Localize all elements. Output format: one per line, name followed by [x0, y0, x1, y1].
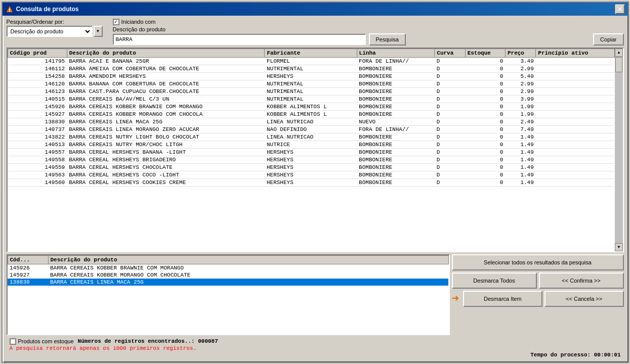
table-cell: 0	[465, 178, 505, 186]
table-row[interactable]: 146123BARRA CAST.PARA CUPUACU COBER.CHOC…	[8, 87, 614, 95]
table-cell: 0	[465, 110, 505, 118]
table-row[interactable]: 154258BARRA AMENDOIM HERSHEYSHERSHEYSBOM…	[8, 72, 614, 80]
table-row[interactable]: 145926BARRA CEREAIS KOBBER BRAWNIE COM M…	[8, 103, 614, 110]
table-row[interactable]: 149558BARRA CEREAL HERSHEYS BRIGADEIROHE…	[8, 156, 614, 163]
title-bar-left: Consulta de produtos	[6, 5, 79, 13]
table-cell: BOMBONIERE	[357, 87, 435, 95]
table-cell: 1.49	[505, 148, 535, 156]
starting-with-checkbox[interactable]	[113, 19, 119, 25]
table-cell: BARRA CAST.PARA CUPUACU COBER.CHOCOLATE	[67, 87, 265, 95]
table-cell: 0	[465, 118, 505, 125]
cancel-button[interactable]: << Cancela >>	[544, 291, 624, 307]
table-cell: D	[435, 110, 465, 118]
selected-table: Cód... Descrição do produto 145926BARRA …	[8, 255, 449, 286]
selected-table-row[interactable]: 145927BARRA CEREAIS KOBBER MORANGO COM C…	[8, 271, 448, 279]
selected-cell: BARRA CEREAIS KOBBER BRAWNIE COM MORANGO	[48, 264, 448, 271]
col-header-linha: Linha	[357, 49, 435, 57]
table-cell: BOMBONIERE	[357, 148, 435, 156]
checkbox-field-group: Iniciando com Descrição do produto Pesqu…	[113, 19, 406, 46]
col-header-fab: Fabricante	[265, 49, 357, 57]
main-scrollbar[interactable]: ▲ ▼	[615, 49, 623, 251]
table-cell: BARRA CEREAL HERSHEYS BANANA -LIGHT	[67, 148, 265, 156]
copy-button[interactable]: Copiar	[593, 33, 623, 46]
stock-label: Produtos com estoque	[18, 338, 74, 344]
table-cell	[536, 178, 614, 186]
scroll-track[interactable]	[615, 57, 623, 243]
table-cell	[536, 163, 614, 171]
table-row[interactable]: 145927BARRA CEREAIS KOBBER MORANGO COM C…	[8, 110, 614, 118]
table-cell: BARRA CEREAIS NUTRY LIGHT BOLO CHOCOLAT	[67, 133, 265, 141]
table-cell: BARRA CEREAL HERSHEYS COOKIES CREME	[67, 178, 265, 186]
table-cell: BARRA AMENDOIM HERSHEYS	[67, 72, 265, 80]
table-row[interactable]: 149560BARRA CEREAL HERSHEYS COOKIES CREM…	[8, 178, 614, 186]
deselect-arrow-icon: ➜	[452, 291, 459, 306]
table-cell: D	[435, 103, 465, 110]
starting-with-checkbox-group: Iniciando com	[113, 19, 406, 25]
table-cell: 146123	[8, 87, 67, 95]
table-cell: BOMBONIERE	[357, 156, 435, 163]
table-cell: 3.49	[505, 57, 535, 65]
dropdown-arrow-icon[interactable]: ▼	[94, 26, 103, 37]
table-cell	[536, 171, 614, 178]
table-cell: D	[435, 133, 465, 141]
confirm-button[interactable]: << Confirma >>	[539, 272, 624, 289]
table-row[interactable]: 149563BARRA CEREAL HERSHEYS COCO -LIGHTH…	[8, 171, 614, 178]
table-cell: 154258	[8, 72, 67, 80]
col-header-preco: Preço	[505, 49, 535, 57]
table-cell	[536, 80, 614, 87]
table-cell: BARRA CEREAIS KOBBER BRAWNIE COM MORANGO	[67, 103, 265, 110]
table-cell	[536, 125, 614, 133]
table-cell	[536, 148, 614, 156]
table-cell: 0	[465, 72, 505, 80]
table-cell: 143822	[8, 133, 67, 141]
table-row[interactable]: 146120BARRA BANANA COM COBERTURA DE CHOC…	[8, 80, 614, 87]
table-cell: D	[435, 65, 465, 72]
table-cell	[536, 72, 614, 80]
scroll-thumb[interactable]	[615, 57, 622, 72]
scroll-down-btn[interactable]: ▼	[615, 243, 623, 251]
search-select[interactable]: Descrição do produto	[7, 26, 93, 37]
deselect-item-button[interactable]: Desmarca Item	[463, 291, 542, 307]
selected-table-container: Cód... Descrição do produto 145926BARRA …	[7, 254, 450, 335]
table-cell: D	[435, 148, 465, 156]
table-row[interactable]: 149557BARRA CEREAL HERSHEYS BANANA -LIGH…	[8, 148, 614, 156]
selected-table-row[interactable]: 145926BARRA CEREAIS KOBBER BRAWNIE COM M…	[8, 264, 448, 271]
selected-cell: BARRA CEREAIS KOBBER MORANGO COM CHOCOLA…	[48, 271, 448, 279]
table-cell: BARRA BANANA COM COBERTURA DE CHOCOLATE	[67, 80, 265, 87]
selected-table-row[interactable]: 138830BARRA CEREAIS LINEA MACA 25G	[8, 279, 448, 286]
table-cell: 0	[465, 171, 505, 178]
close-button[interactable]: ✕	[615, 4, 625, 14]
search-select-row: Descrição do produto ▼	[7, 26, 103, 37]
search-input[interactable]	[113, 34, 366, 45]
table-cell: NUTRIMENTAL	[265, 80, 357, 87]
table-cell: 2.99	[505, 80, 535, 87]
table-cell	[536, 133, 614, 141]
table-row[interactable]: 138830BARRA CEREAIS LINEA MACA 25GLINEA …	[8, 118, 614, 125]
deselect-all-button[interactable]: Desmarca Todos	[452, 272, 537, 289]
table-cell: 149560	[8, 178, 67, 186]
table-row[interactable]: 143822BARRA CEREAIS NUTRY LIGHT BOLO CHO…	[8, 133, 614, 141]
table-cell: D	[435, 87, 465, 95]
stock-checkbox[interactable]	[10, 338, 16, 345]
table-cell: 1.49	[505, 178, 535, 186]
table-cell	[536, 65, 614, 72]
table-row[interactable]: 140515BARRA CEREAIS BA/AV/MEL C/3 UNNUTR…	[8, 95, 614, 103]
table-row[interactable]: 146112BARRA AMEIXA COM COBERTURA DE CHOC…	[8, 65, 614, 72]
scroll-up-btn[interactable]: ▲	[615, 49, 623, 57]
table-cell: 0	[465, 163, 505, 171]
table-cell: BOMBONIERE	[357, 141, 435, 148]
table-cell	[536, 103, 614, 110]
table-cell: 145926	[8, 103, 67, 110]
table-row[interactable]: 149559BARRA CEREAL HERSHEYS CHOCOLATEHER…	[8, 163, 614, 171]
search-label: Pesquisar/Ordenar por:	[7, 19, 103, 25]
table-cell: 0	[465, 141, 505, 148]
table-row[interactable]: 140513BARRA CEREAIS NUTRY MOR/CHOC LITGH…	[8, 141, 614, 148]
title-bar: Consulta de produtos ✕	[3, 3, 628, 16]
select-all-button[interactable]: Selecionar todos os resultados da pesqui…	[452, 254, 624, 270]
search-button[interactable]: Pesquisa	[369, 33, 406, 46]
search-section: Pesquisar/Ordenar por: Descrição do prod…	[7, 19, 624, 46]
table-cell: BOMBONIERE	[357, 80, 435, 87]
table-row[interactable]: 141795BARRA ACAI E BANANA 25GRFLORMELFOR…	[8, 57, 614, 65]
table-row[interactable]: 140737BARRA CEREAIS LINEA MORANGO ZERO A…	[8, 125, 614, 133]
table-cell: D	[435, 178, 465, 186]
